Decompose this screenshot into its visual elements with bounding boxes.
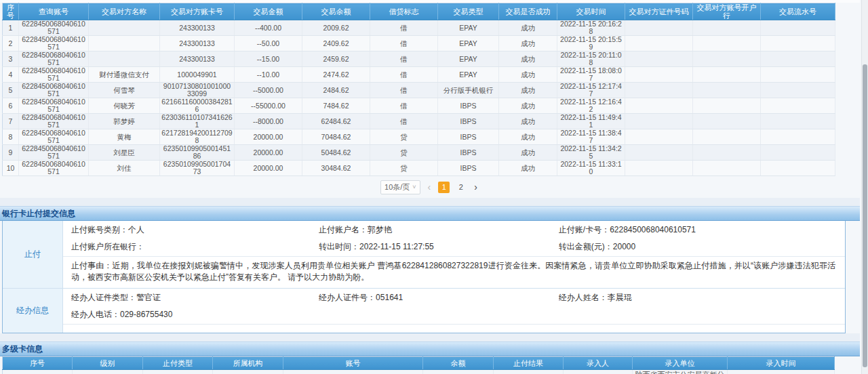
scrollbar-thumb[interactable]	[863, 64, 867, 367]
column-header: 序号	[3, 357, 73, 370]
cell	[693, 20, 761, 36]
section-gap	[0, 198, 860, 206]
cell	[625, 67, 693, 83]
cell: 成功	[499, 36, 557, 51]
cell: EPAY	[438, 36, 499, 51]
table-row: 76228450068040610571郭梦婷62303611010734162…	[3, 114, 835, 129]
column-header: 交易类型	[438, 3, 499, 20]
agent-group-label: 经办信息	[3, 289, 63, 333]
cell: 50484.62	[302, 145, 370, 161]
cell	[761, 98, 835, 114]
info-field: 止付账号类别：个人	[71, 224, 319, 236]
info-field: 止付账户所在银行：	[71, 241, 319, 253]
cell: 5	[3, 83, 19, 98]
next-page-button[interactable]: ›	[472, 182, 479, 192]
cell	[625, 161, 693, 176]
page-size-select[interactable]: 10条/页 ˅	[380, 180, 420, 194]
cell: 成功	[499, 114, 557, 129]
info-field: 经办人证件类型：警官证	[71, 292, 319, 304]
page-size-label: 10条/页	[384, 182, 410, 192]
column-header: 交易余额	[302, 3, 370, 20]
cell: 62484.62	[302, 114, 370, 129]
cell: 李晨琨	[564, 370, 633, 374]
cell	[693, 129, 761, 145]
cell: 财付通微信支付	[89, 67, 160, 83]
cell: 6228450068040610571	[19, 36, 89, 51]
cell: IBPS	[438, 98, 499, 114]
info-field: 转出时间：2022-11-15 11:27:55	[319, 241, 559, 253]
column-header: 所属机构	[213, 357, 283, 370]
cell	[693, 67, 761, 83]
transactions-table: 序号查询账号交易对方名称交易对方账卡号交易金额交易余额借贷标志交易类型交易是否成…	[2, 3, 835, 176]
cell	[693, 145, 761, 161]
cell: 6228450068040610571	[19, 98, 89, 114]
cell: 成功	[499, 98, 557, 114]
cell	[761, 83, 835, 98]
cell	[761, 67, 835, 83]
cell	[693, 161, 761, 176]
table-row: 26228450068040610571243300133--50.002409…	[3, 36, 835, 51]
cell: --55000.00	[235, 98, 302, 114]
cell: 6228412860827322819	[283, 370, 423, 374]
cell	[761, 114, 835, 129]
cell: 1	[3, 20, 19, 36]
cell: 30484.62	[302, 161, 370, 176]
cell: 借	[370, 98, 438, 114]
cell: IBPS	[438, 161, 499, 176]
cell: 成功	[499, 145, 557, 161]
stop-payment-group-label: 止付	[3, 221, 63, 288]
cell: --8000.00	[235, 114, 302, 129]
vertical-scrollbar[interactable]	[861, 0, 868, 374]
cell: 2022-11-15 18:08:07	[557, 67, 625, 83]
page-root: 序号查询账号交易对方名称交易对方账卡号交易金额交易余额借贷标志交易类型交易是否成…	[0, 0, 868, 374]
column-header: 录入人	[564, 357, 633, 370]
page-button-1[interactable]: 1	[438, 182, 450, 193]
cell	[625, 114, 693, 129]
cell: 成功	[499, 51, 557, 67]
header-row: 序号级别止付类型所属机构账号余额止付结果录入人录入单位录入时间	[3, 357, 835, 370]
table-row: 56228450068040610571何雪琴90107130801001000…	[3, 83, 835, 98]
column-header: 止付类型	[143, 357, 213, 370]
cell: 6228450068040610571	[19, 145, 89, 161]
cell: 7	[3, 114, 19, 129]
column-header: 级别	[73, 357, 143, 370]
cell: 2022-11-15 11:49:41	[557, 114, 625, 129]
stop-payment-row: 止付 止付账号类别：个人止付账户名：郭梦艳止付账/卡号：622845006804…	[3, 221, 845, 289]
cell	[625, 36, 693, 51]
cell	[625, 129, 693, 145]
cell: 黄梅	[89, 129, 160, 145]
column-header: 交易时间	[557, 3, 625, 20]
cell: 成功	[499, 129, 557, 145]
column-header: 序号	[3, 3, 19, 20]
info-field: 转出金额(元)：20000	[559, 241, 845, 253]
cell: 2022-11-15 12:17:47	[557, 83, 625, 98]
cell: 成功	[499, 20, 557, 36]
cell: 中国农业银行	[213, 370, 283, 374]
cell: --5000.00	[235, 83, 302, 98]
chevron-down-icon: ˅	[412, 184, 416, 190]
empty-strip	[63, 324, 845, 333]
multi-card-table: 序号级别止付类型所属机构账号余额止付结果录入人录入单位录入时间1一级第三方止付中…	[2, 356, 835, 374]
cell: --15.00	[235, 51, 302, 67]
pagination: 10条/页 ˅ ‹ 1 2 ›	[0, 176, 860, 198]
prev-page-button[interactable]: ‹	[426, 182, 433, 192]
cell: 2409.62	[302, 36, 370, 51]
cell: 贷	[370, 129, 438, 145]
column-header: 录入单位	[633, 357, 728, 370]
page-button-2[interactable]: 2	[455, 182, 467, 193]
cell	[625, 83, 693, 98]
cell: 2022-11-16 03:40:51	[728, 370, 835, 374]
cell: 7484.62	[302, 98, 370, 114]
cell: 2022-11-15 20:16:28	[557, 20, 625, 36]
cell: --10.00	[235, 67, 302, 83]
cell	[693, 36, 761, 51]
cell: 2022-11-15 11:34:25	[557, 145, 625, 161]
column-header: 交易对方证件号码	[625, 3, 693, 20]
cell: 20000.00	[235, 129, 302, 145]
cell: IBPS	[438, 129, 499, 145]
cell: 刘佳	[89, 161, 160, 176]
cell: IBPS	[438, 145, 499, 161]
cell: 8	[3, 129, 19, 145]
column-header: 交易是否成功	[499, 3, 557, 20]
cell: 2022-11-15 11:38:47	[557, 129, 625, 145]
